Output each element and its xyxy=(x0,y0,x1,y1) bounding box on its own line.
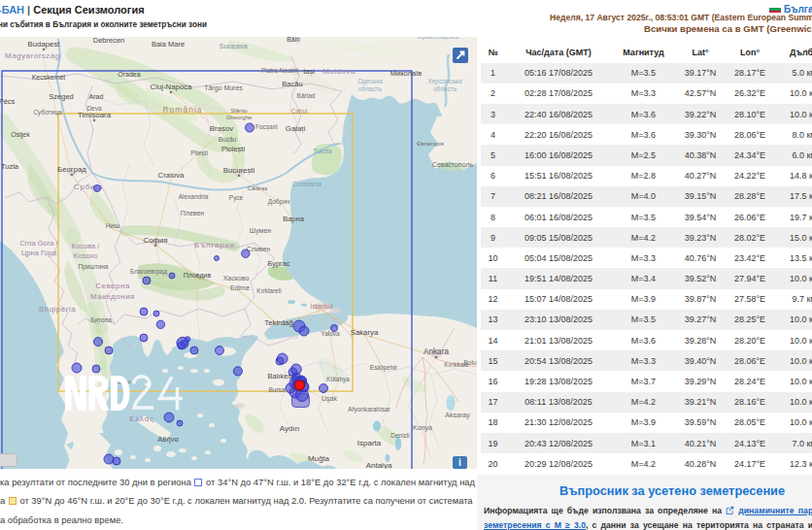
svg-text:Добрич: Добрич xyxy=(268,198,289,206)
svg-text:Aydın: Aydın xyxy=(280,424,299,433)
svg-text:Суботица: Суботица xyxy=(33,109,62,116)
svg-text:Битола: Битола xyxy=(90,316,112,323)
svg-text:Szeged: Szeged xyxy=(49,92,73,101)
svg-text:Kırklareli: Kırklareli xyxy=(256,287,281,294)
svg-text:Одеська: Одеська xyxy=(357,78,383,85)
svg-text:Edirne: Edirne xyxy=(230,284,250,291)
svg-text:Kecskemét: Kecskemét xyxy=(32,74,66,81)
svg-text:Кіровоградська: Кіровоградська xyxy=(418,37,459,40)
svg-text:Миколаїв: Миколаїв xyxy=(390,69,422,78)
svg-text:Tekirdağ: Tekirdağ xyxy=(264,318,292,327)
svg-text:Црна Гора: Црна Гора xyxy=(21,248,57,257)
svg-text:Alexandria: Alexandria xyxy=(179,193,209,200)
svg-text:Русе: Русе xyxy=(229,194,244,202)
svg-text:Buzău: Buzău xyxy=(219,136,237,143)
svg-text:Αθήνα: Αθήνα xyxy=(157,435,179,444)
svg-text:Bârlad: Bârlad xyxy=(297,92,316,99)
svg-text:Arad: Arad xyxy=(89,93,104,100)
svg-text:область: область xyxy=(433,85,457,92)
svg-text:Cluj-Napoca: Cluj-Napoca xyxy=(151,83,193,91)
svg-text:Shqipëria: Shqipëria xyxy=(39,305,76,314)
svg-text:Сливен: Сливен xyxy=(247,246,271,252)
svg-text:Ниш: Ниш xyxy=(106,222,120,229)
svg-text:Focșani: Focșani xyxy=(255,123,278,131)
svg-text:Baia Mare: Baia Mare xyxy=(152,40,185,49)
svg-text:Moldova: Moldova xyxy=(322,67,355,76)
svg-text:Uşak: Uşak xyxy=(321,395,337,403)
svg-text:Варна: Варна xyxy=(283,215,304,223)
svg-text:Пловдив: Пловдив xyxy=(184,272,212,280)
svg-text:Bolu: Bolu xyxy=(463,359,476,366)
svg-text:Debrecen: Debrecen xyxy=(93,37,125,45)
svg-text:Ελλάς: Ελλάς xyxy=(129,414,154,423)
svg-text:Ploiești: Ploiești xyxy=(221,145,246,153)
svg-text:Sfântu: Sfântu xyxy=(230,108,247,114)
svg-text:Yalova: Yalova xyxy=(321,330,340,337)
svg-text:Piatra Neamț: Piatra Neamț xyxy=(261,67,298,75)
svg-text:Osijek: Osijek xyxy=(11,131,30,139)
svg-text:Бургас: Бургас xyxy=(267,259,289,268)
svg-text:Приштина: Приштина xyxy=(79,263,109,271)
svg-text:Suceava: Suceava xyxy=(219,42,248,50)
svg-text:Tuzla: Tuzla xyxy=(1,162,19,171)
svg-text:Благоевград: Благоевград xyxy=(130,268,167,276)
svg-text:Македония: Македония xyxy=(90,292,135,301)
svg-text:София: София xyxy=(144,236,168,245)
svg-text:Cahul: Cahul xyxy=(291,108,309,115)
svg-text:Северна: Северна xyxy=(95,282,130,290)
svg-text:Magyarország: Magyarország xyxy=(5,51,60,60)
svg-text:Crna Gora /: Crna Gora / xyxy=(19,239,58,248)
svg-text:Kütahya: Kütahya xyxy=(326,376,350,383)
svg-text:Косова /: Косова / xyxy=(72,242,101,250)
svg-text:Плевен: Плевен xyxy=(181,210,205,216)
svg-text:Konya: Konya xyxy=(413,424,432,432)
svg-text:Aksaray: Aksaray xyxy=(445,412,470,419)
svg-text:Constanța: Constanța xyxy=(292,181,321,188)
svg-text:Bacău: Bacău xyxy=(282,80,302,88)
svg-text:область: область xyxy=(358,85,383,92)
svg-text:Kosovo: Kosovo xyxy=(73,251,97,260)
svg-text:Pécs: Pécs xyxy=(0,97,16,106)
svg-text:България: България xyxy=(194,241,235,249)
svg-text:Севастополь: Севастополь xyxy=(432,161,474,168)
svg-text:Timișoara: Timișoara xyxy=(78,111,112,119)
svg-text:Gheorghe: Gheorghe xyxy=(226,115,253,120)
svg-text:İstanbul: İstanbul xyxy=(311,302,333,310)
svg-text:Београд: Београд xyxy=(57,165,86,174)
svg-text:Oradea: Oradea xyxy=(118,71,140,78)
svg-text:Херсонська: Херсонська xyxy=(427,78,462,85)
svg-text:Târgu Mureș: Târgu Mureș xyxy=(204,84,243,92)
svg-text:România: România xyxy=(162,105,202,115)
svg-text:Ankara: Ankara xyxy=(423,348,449,356)
svg-text:Хасково: Хасково xyxy=(223,275,250,282)
svg-text:Craiova: Craiova xyxy=(158,171,186,180)
svg-text:Budapest: Budapest xyxy=(28,40,61,49)
svg-text:Brașov: Brașov xyxy=(210,124,233,133)
svg-text:Eskişehir: Eskişehir xyxy=(370,364,398,372)
svg-text:Deva: Deva xyxy=(86,105,102,112)
svg-text:Muğla: Muğla xyxy=(308,454,329,463)
svg-text:Călăraș: Călăraș xyxy=(248,185,268,191)
svg-text:Шумен: Шумен xyxy=(250,227,272,235)
svg-text:Galați: Galați xyxy=(286,124,306,133)
svg-text:Sakarya: Sakarya xyxy=(351,328,379,337)
svg-text:Antalya: Antalya xyxy=(366,461,392,469)
svg-text:Tulcea: Tulcea xyxy=(313,148,332,154)
svg-text:Isparta: Isparta xyxy=(357,439,382,447)
svg-text:Denizli: Denizli xyxy=(390,432,410,439)
svg-text:Afyonkarahisar: Afyonkarahisar xyxy=(348,406,390,414)
svg-text:Bălți: Bălți xyxy=(287,37,300,44)
svg-text:Bursa: Bursa xyxy=(269,386,286,393)
svg-text:București: București xyxy=(223,166,255,175)
svg-text:Євпаторія: Євпаторія xyxy=(417,141,444,147)
svg-text:Iași: Iași xyxy=(303,67,315,76)
svg-text:Pitești: Pitești xyxy=(190,149,208,157)
